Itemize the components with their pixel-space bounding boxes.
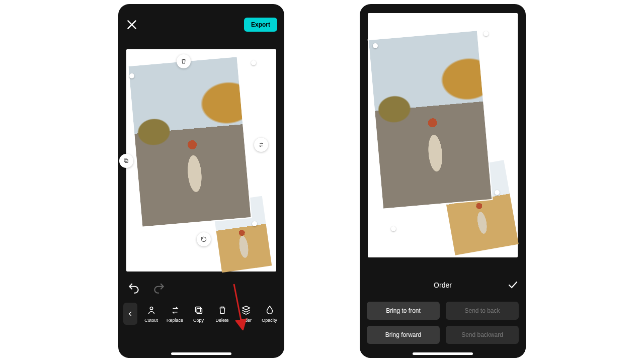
- svg-rect-2: [125, 160, 128, 163]
- selection-corner-handle[interactable]: [251, 60, 256, 65]
- tool-label: Order: [240, 318, 252, 323]
- selection-corner-handle[interactable]: [373, 43, 378, 48]
- export-button[interactable]: Export: [244, 18, 277, 32]
- home-indicator: [171, 352, 231, 355]
- selection-corner-handle[interactable]: [391, 226, 396, 231]
- selection-corner-handle[interactable]: [495, 190, 500, 195]
- selection-duplicate-handle[interactable]: [119, 154, 133, 168]
- selection-rotate-handle[interactable]: [197, 232, 211, 246]
- tool-order[interactable]: Order: [236, 305, 256, 323]
- photo-layer-selected[interactable]: [368, 30, 493, 210]
- tool-cutout[interactable]: Cutout: [141, 305, 161, 323]
- tool-label: Cutout: [144, 318, 158, 323]
- svg-rect-3: [124, 159, 127, 162]
- history-row: [118, 272, 284, 300]
- close-icon[interactable]: [125, 18, 138, 31]
- undo-button[interactable]: [127, 282, 140, 295]
- selection-corner-handle[interactable]: [252, 221, 257, 226]
- tool-label: Delete: [215, 318, 228, 323]
- canvas[interactable]: [126, 49, 276, 272]
- editor-phone-order-sheet: Order Bring to front Send to back Bring …: [360, 4, 526, 358]
- svg-point-4: [150, 307, 153, 310]
- tool-tray: Cutout Replace Copy Delete Order Opacity: [118, 300, 284, 332]
- selection-corner-handle[interactable]: [484, 31, 489, 36]
- tool-opacity[interactable]: Opacity: [260, 305, 279, 323]
- send-to-back-button[interactable]: Send to back: [446, 302, 519, 320]
- tool-label: Copy: [193, 318, 204, 323]
- selection-swap-handle[interactable]: [254, 138, 268, 152]
- selection-corner-handle[interactable]: [129, 73, 134, 78]
- editor-topbar: Export: [118, 12, 284, 37]
- tool-copy[interactable]: Copy: [189, 305, 208, 323]
- photo-layer-selected[interactable]: [127, 56, 252, 228]
- tool-replace[interactable]: Replace: [165, 305, 185, 323]
- order-sheet: Order Bring to front Send to back Bring …: [360, 274, 526, 358]
- redo-button[interactable]: [152, 282, 166, 295]
- tool-label: Opacity: [262, 318, 277, 323]
- bring-forward-button[interactable]: Bring forward: [367, 326, 440, 344]
- tool-tray-back-button[interactable]: [123, 303, 137, 325]
- svg-rect-5: [197, 308, 202, 313]
- send-backward-button[interactable]: Send backward: [446, 326, 519, 344]
- bring-to-front-button[interactable]: Bring to front: [367, 302, 440, 320]
- canvas[interactable]: [368, 13, 518, 257]
- sheet-title: Order: [434, 281, 452, 289]
- confirm-icon[interactable]: [507, 279, 519, 291]
- selection-trash-handle[interactable]: [177, 54, 191, 68]
- home-indicator: [413, 352, 473, 355]
- tool-label: Replace: [167, 318, 183, 323]
- svg-rect-6: [195, 307, 200, 312]
- tool-delete[interactable]: Delete: [212, 305, 232, 323]
- editor-phone-toolstrip: Export: [118, 4, 284, 358]
